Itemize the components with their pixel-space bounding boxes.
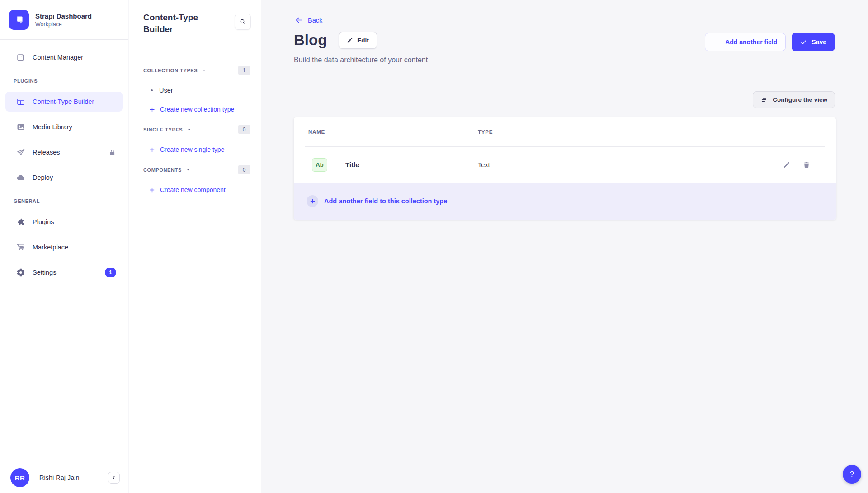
subnav-title: Content-Type Builder xyxy=(143,12,216,35)
column-header-name: NAME xyxy=(308,129,478,135)
create-collection-type-label: Create new collection type xyxy=(160,106,234,113)
nav-item-marketplace[interactable]: Marketplace xyxy=(5,237,123,257)
question-icon: ? xyxy=(850,470,854,479)
nav-item-label: Deploy xyxy=(33,174,53,181)
app-title: Strapi Dashboard xyxy=(35,12,92,20)
settings-notification-badge: 1 xyxy=(105,268,116,277)
header-actions: Add another field Save xyxy=(705,33,835,51)
create-component-link[interactable]: Create new component xyxy=(149,185,250,194)
section-label: SINGLE TYPES xyxy=(143,127,183,132)
search-icon xyxy=(239,18,246,25)
nav-item-label: Settings xyxy=(33,269,56,276)
chevron-left-icon xyxy=(111,475,117,480)
cart-icon xyxy=(16,243,25,252)
caret-down-icon xyxy=(187,127,192,132)
section-count-badge: 0 xyxy=(238,165,250,174)
field-type-badge: Ab xyxy=(312,158,327,172)
search-button[interactable] xyxy=(235,14,251,30)
puzzle-icon xyxy=(16,217,25,226)
feather-pen-icon xyxy=(16,53,25,62)
brand-text: Strapi Dashboard Workplace xyxy=(35,12,92,28)
create-single-type-label: Create new single type xyxy=(160,146,224,153)
nav-item-content-type-builder[interactable]: Content-Type Builder xyxy=(5,92,123,112)
nav-item-label: Media Library xyxy=(33,123,72,131)
delete-field-button[interactable] xyxy=(802,161,811,169)
add-another-field-label: Add another field xyxy=(725,38,777,46)
nav-item-deploy[interactable]: Deploy xyxy=(5,168,123,188)
section-collection-types[interactable]: COLLECTION TYPES 1 xyxy=(143,66,250,75)
content-type-builder-panel: Content-Type Builder COLLECTION TYPES 1 … xyxy=(129,0,261,493)
nav-item-label: Marketplace xyxy=(33,244,68,251)
nav-item-label: Releases xyxy=(33,149,60,156)
plus-icon xyxy=(713,38,721,46)
section-count-badge: 1 xyxy=(238,66,250,75)
edit-field-button[interactable] xyxy=(783,161,791,169)
section-components[interactable]: COMPONENTS 0 xyxy=(143,165,250,174)
page-title: Blog xyxy=(294,32,327,49)
back-arrow-icon xyxy=(295,16,303,24)
lock-icon xyxy=(108,149,116,156)
plus-circle-icon xyxy=(307,195,318,207)
picture-icon xyxy=(16,122,25,131)
save-label: Save xyxy=(811,38,826,46)
caret-down-icon xyxy=(186,167,191,172)
section-single-types[interactable]: SINGLE TYPES 0 xyxy=(143,125,250,134)
pencil-icon xyxy=(347,37,353,43)
collection-type-item-user[interactable]: User xyxy=(151,86,250,95)
nav-section-general: GENERAL xyxy=(14,198,128,204)
create-collection-type-link[interactable]: Create new collection type xyxy=(149,105,250,114)
nav-item-label: Content Manager xyxy=(33,54,83,61)
pencil-icon xyxy=(783,161,791,169)
nav-item-media-library[interactable]: Media Library xyxy=(5,117,123,137)
nav-item-plugins[interactable]: Plugins xyxy=(5,212,123,232)
back-link[interactable]: Back xyxy=(295,16,322,24)
create-single-type-link[interactable]: Create new single type xyxy=(149,145,250,154)
edit-label: Edit xyxy=(357,37,369,44)
bullet-icon xyxy=(151,89,153,91)
nav-item-settings[interactable]: Settings 1 xyxy=(5,263,123,282)
page-subtitle: Build the data architecture of your cont… xyxy=(294,56,428,64)
collection-type-label: User xyxy=(159,87,173,94)
nav-items: Content Manager PLUGINS Content-Type Bui… xyxy=(0,40,128,462)
align-lines-icon xyxy=(760,96,768,103)
configure-view-button[interactable]: Configure the view xyxy=(753,91,835,108)
column-header-type: TYPE xyxy=(478,129,821,135)
fields-table-card: NAME TYPE Ab Title Text xyxy=(294,117,836,220)
cloud-icon xyxy=(16,173,25,182)
plus-icon xyxy=(149,106,156,113)
create-component-label: Create new component xyxy=(160,186,226,193)
add-field-footer-label: Add another field to this collection typ… xyxy=(324,197,447,205)
plus-icon xyxy=(149,146,156,153)
edit-button[interactable]: Edit xyxy=(339,32,377,49)
nav-section-plugins: PLUGINS xyxy=(14,78,128,84)
add-field-footer-button[interactable]: Add another field to this collection typ… xyxy=(294,183,836,220)
gear-icon xyxy=(16,268,25,277)
trash-icon xyxy=(802,161,811,169)
save-button[interactable]: Save xyxy=(792,33,835,51)
plus-icon xyxy=(149,187,156,193)
nav-item-releases[interactable]: Releases xyxy=(5,142,123,162)
section-label: COMPONENTS xyxy=(143,167,182,173)
subnav-header: Content-Type Builder xyxy=(129,0,261,35)
workspace-name: Workplace xyxy=(35,21,92,28)
back-label: Back xyxy=(308,17,322,24)
strapi-logo-glyph xyxy=(13,14,25,26)
avatar[interactable]: RR xyxy=(10,468,29,487)
table-row: Ab Title Text xyxy=(294,147,836,183)
configure-view-label: Configure the view xyxy=(773,96,827,103)
check-icon xyxy=(800,39,807,46)
main-content: Back Blog Edit Build the data architectu… xyxy=(261,0,868,493)
help-button[interactable]: ? xyxy=(843,465,861,484)
subnav-sections: COLLECTION TYPES 1 User Create new colle… xyxy=(129,47,261,194)
collapse-sidebar-button[interactable] xyxy=(108,472,120,484)
field-type: Text xyxy=(478,161,783,169)
paper-plane-icon xyxy=(16,148,25,157)
caret-down-icon xyxy=(202,68,207,73)
nav-item-content-manager[interactable]: Content Manager xyxy=(5,47,123,67)
strapi-logo xyxy=(9,10,29,30)
workspace-switcher[interactable]: Strapi Dashboard Workplace xyxy=(0,0,128,40)
section-count-badge: 0 xyxy=(238,125,250,134)
field-name-cell: Ab Title xyxy=(308,158,478,172)
table-header: NAME TYPE xyxy=(294,117,836,146)
add-another-field-button[interactable]: Add another field xyxy=(705,33,786,51)
